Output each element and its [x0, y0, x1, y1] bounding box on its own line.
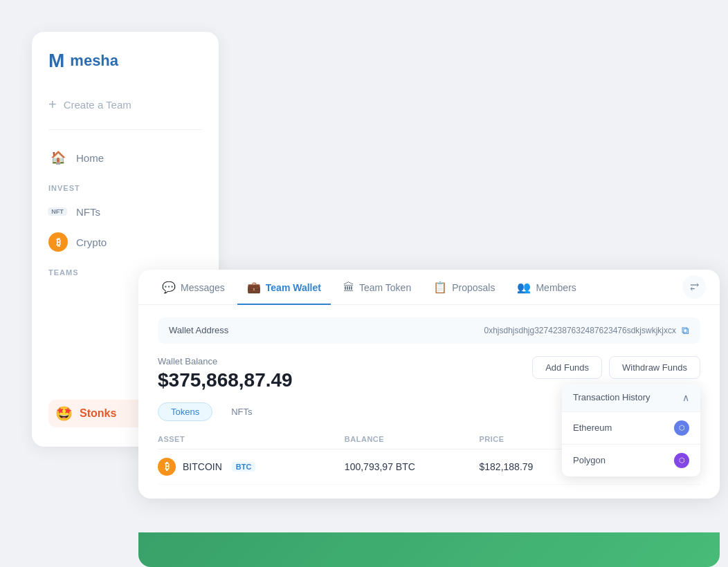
messages-tab-label: Messages	[181, 282, 225, 293]
proposals-tab-label: Proposals	[452, 282, 495, 293]
home-label: Home	[76, 152, 104, 164]
add-funds-button[interactable]: Add Funds	[532, 356, 602, 379]
stonks-label: Stonks	[80, 407, 116, 420]
wallet-tab-label: Team Wallet	[266, 282, 321, 293]
balance-cell: 100,793,97 BTC	[345, 449, 480, 484]
nfts-tab-label: NFTs	[231, 407, 252, 417]
asset-col-header: ASSET	[158, 431, 345, 449]
copy-icon[interactable]: ⧉	[682, 324, 689, 337]
wallet-content: Wallet Address 0xhjsdhjsdhjg327423876324…	[138, 305, 720, 499]
wallet-address-label: Wallet Address	[169, 325, 228, 335]
proposals-tab-icon: 📋	[433, 281, 447, 294]
tab-team-token[interactable]: 🏛 Team Token	[334, 270, 421, 305]
btc-coin-icon: ₿	[158, 458, 176, 476]
nft-badge-icon: NFT	[48, 202, 68, 221]
tab-members[interactable]: 👥 Members	[507, 270, 585, 305]
tx-history-label: Transaction History	[573, 392, 650, 402]
wallet-balance-amount: $375,868,87.49	[158, 369, 293, 391]
withdraw-funds-button[interactable]: Withdraw Funds	[609, 356, 700, 379]
share-icon: ⥂	[690, 280, 699, 293]
main-card: 💬 Messages 💼 Team Wallet 🏛 Team Token 📋 …	[138, 270, 720, 499]
bitcoin-icon: ₿	[48, 232, 68, 252]
sidebar-item-crypto[interactable]: ₿ Crypto	[48, 227, 202, 257]
token-tab-icon: 🏛	[343, 281, 354, 294]
asset-ticker: BTC	[232, 462, 256, 472]
tab-proposals[interactable]: 📋 Proposals	[424, 270, 504, 305]
ethereum-icon: ⬡	[674, 420, 689, 436]
balance-col-header: BALANCE	[345, 431, 480, 449]
polygon-label: Polygon	[573, 455, 606, 465]
members-tab-icon: 👥	[517, 281, 531, 294]
tab-messages[interactable]: 💬 Messages	[152, 270, 235, 305]
logo-text: mesha	[70, 52, 118, 70]
wallet-address-hash: 0xhjsdhjsdhjg32742387632487623476sdkjswk…	[484, 326, 676, 335]
plus-icon: +	[48, 97, 57, 113]
asset-name-cell: ₿ BITCOIN BTC	[158, 458, 345, 476]
tx-history-header[interactable]: Transaction History ∧	[562, 384, 700, 411]
create-team-button[interactable]: + Create a Team	[48, 93, 202, 117]
wallet-address-value: 0xhjsdhjsdhjg32742387632487623476sdkjswk…	[484, 324, 689, 337]
tx-history-item-ethereum[interactable]: Ethereum ⬡	[562, 411, 700, 444]
home-icon: 🏠	[48, 148, 68, 167]
wallet-btn-row: Add Funds Withdraw Funds	[532, 356, 700, 379]
wallet-balance-section: Wallet Balance $375,868,87.49 Add Funds …	[158, 356, 700, 391]
crypto-label: Crypto	[76, 236, 107, 248]
sidebar-divider	[48, 129, 202, 130]
logo-area: M mesha	[48, 51, 202, 71]
tabs-row: 💬 Messages 💼 Team Wallet 🏛 Team Token 📋 …	[138, 270, 720, 305]
tokens-tab-label: Tokens	[171, 407, 199, 417]
sidebar-item-home[interactable]: 🏠 Home	[48, 142, 202, 173]
asset-cell: ₿ BITCOIN BTC	[158, 449, 345, 484]
polygon-icon: ⬡	[674, 453, 689, 468]
token-tab-label: Team Token	[359, 282, 411, 293]
wallet-address-row: Wallet Address 0xhjsdhjsdhjg327423876324…	[158, 317, 700, 344]
invest-section-label: INVEST	[48, 184, 202, 192]
messages-tab-icon: 💬	[162, 281, 176, 294]
members-tab-label: Members	[536, 282, 576, 293]
stonks-icon: 🤩	[55, 405, 73, 422]
asset-tab-nfts[interactable]: NFTs	[218, 402, 265, 421]
chevron-up-icon: ∧	[682, 392, 689, 403]
sidebar-item-nfts[interactable]: NFT NFTs	[48, 196, 202, 227]
asset-tab-tokens[interactable]: Tokens	[158, 402, 212, 421]
wallet-balance-wrapper: Wallet Balance $375,868,87.49	[158, 356, 293, 391]
wallet-balance-label: Wallet Balance	[158, 356, 293, 366]
nfts-label: NFTs	[76, 206, 100, 218]
ethereum-label: Ethereum	[573, 422, 612, 433]
tab-team-wallet[interactable]: 💼 Team Wallet	[237, 270, 331, 305]
create-team-label: Create a Team	[64, 99, 131, 111]
green-bottom-bar	[138, 532, 720, 567]
logo-icon: M	[48, 51, 64, 71]
wallet-tab-icon: 💼	[247, 281, 261, 294]
share-button[interactable]: ⥂	[682, 275, 706, 299]
wallet-actions-area: Add Funds Withdraw Funds Transaction His…	[532, 356, 700, 379]
tx-history-item-polygon[interactable]: Polygon ⬡	[562, 444, 700, 476]
asset-name: BITCOIN	[183, 461, 222, 472]
tx-history-dropdown: Transaction History ∧ Ethereum ⬡ Polygon…	[562, 384, 700, 476]
